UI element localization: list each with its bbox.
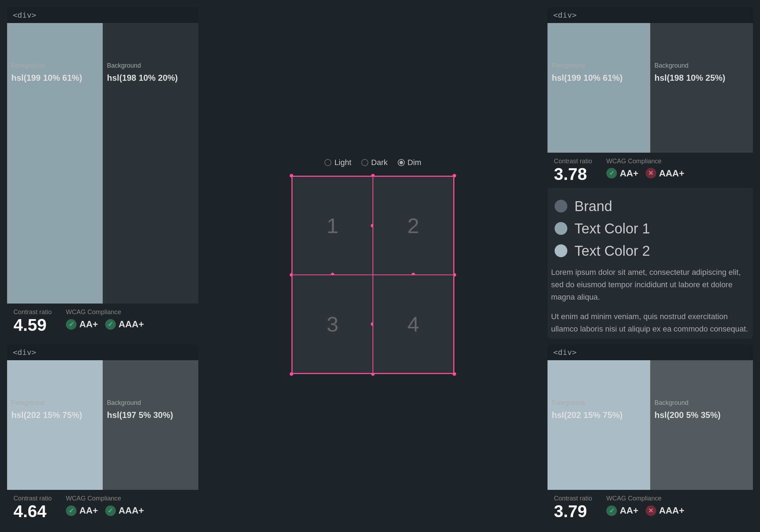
aa-icon-bl: ✓ xyxy=(66,505,76,516)
wcag-section-tr: WCAG Compliance ✓ AA+ ✕ AAA+ xyxy=(606,158,684,179)
grid-cell-1: 1 xyxy=(292,176,373,275)
aa-label-br: AA+ xyxy=(620,505,639,516)
aaa-label-br: AAA+ xyxy=(659,505,685,516)
aaa-badge-br: ✕ AAA+ xyxy=(646,505,685,516)
cell-label-1: 1 xyxy=(327,214,338,238)
center-panel: Light Dark Dim 1 xyxy=(204,7,542,525)
wcag-section-br: WCAG Compliance ✓ AA+ ✕ AAA+ xyxy=(606,495,684,516)
theme-selector: Light Dark Dim xyxy=(324,158,421,167)
cell-label-2: 2 xyxy=(407,214,419,238)
aaa-icon-bl: ✓ xyxy=(105,505,116,516)
wcag-badges-tl: ✓ AA+ ✓ AAA+ xyxy=(66,319,144,330)
aa-icon-tl: ✓ xyxy=(66,319,76,330)
card-stats-bl: Contrast ratio 4.64 WCAG Compliance ✓ AA… xyxy=(7,490,198,525)
grid-cell-3: 3 xyxy=(292,275,373,373)
bg-label-bl: Background xyxy=(103,396,198,410)
swatch-bg-br: Background hsl(200 5% 35%) xyxy=(650,360,753,490)
bg-value-br: hsl(200 5% 35%) xyxy=(650,410,753,425)
contrast-label-br: Contrast ratio xyxy=(554,495,592,502)
grid-container: 1 2 3 4 xyxy=(291,176,454,374)
wcag-label-tr: WCAG Compliance xyxy=(606,158,684,165)
wcag-label-tl: WCAG Compliance xyxy=(66,309,144,316)
body-text: Lorem ipsum dolor sit amet, consectetur … xyxy=(548,262,753,339)
fg-value-br: hsl(202 15% 75%) xyxy=(548,410,650,425)
bg-label-br: Background xyxy=(650,396,753,410)
contrast-value-br: 3.79 xyxy=(554,503,592,520)
aa-icon-tr: ✓ xyxy=(606,168,617,179)
wcag-badges-br: ✓ AA+ ✕ AAA+ xyxy=(606,505,684,516)
fg-label-bl: Foreground xyxy=(7,396,103,410)
fg-value-tr: hsl(199 10% 61%) xyxy=(548,73,650,88)
wcag-label-br: WCAG Compliance xyxy=(606,495,684,502)
aa-badge-bl: ✓ AA+ xyxy=(66,505,98,516)
legend-section: Brand Text Color 1 Text Color 2 xyxy=(548,188,753,262)
theme-dim-label: Dim xyxy=(408,158,421,167)
bg-label-tl: Background xyxy=(103,58,198,73)
contrast-section-tl: Contrast ratio 4.59 xyxy=(13,309,52,334)
text2-label: Text Color 2 xyxy=(574,243,650,259)
swatch-bg-tr: Background hsl(198 10% 25%) xyxy=(650,23,753,153)
wcag-badges-tr: ✓ AA+ ✕ AAA+ xyxy=(606,168,684,179)
legend-text1: Text Color 1 xyxy=(555,221,746,237)
card-tag-tr: <div> xyxy=(548,7,753,23)
top-right-card: <div> Foreground hsl(199 10% 61%) Backgr… xyxy=(548,7,753,339)
wcag-section-bl: WCAG Compliance ✓ AA+ ✓ AAA+ xyxy=(66,495,144,516)
bottom-right-card: <div> Foreground hsl(202 15% 75%) Backgr… xyxy=(548,344,753,525)
theme-dim[interactable]: Dim xyxy=(398,158,421,167)
text1-dot xyxy=(555,222,567,235)
legend-text2: Text Color 2 xyxy=(555,243,746,259)
contrast-section-br: Contrast ratio 3.79 xyxy=(554,495,592,520)
aaa-icon-tr: ✕ xyxy=(646,168,656,179)
color-swatches-tr: Foreground hsl(199 10% 61%) Background h… xyxy=(548,23,753,153)
contrast-section-tr: Contrast ratio 3.78 xyxy=(554,158,592,183)
legend-brand: Brand xyxy=(555,198,746,214)
swatch-fg-bl: Foreground hsl(202 15% 75%) xyxy=(7,360,103,490)
color-swatches-bl: Foreground hsl(202 15% 75%) Background h… xyxy=(7,360,198,490)
bg-value-tl: hsl(198 10% 20%) xyxy=(103,73,198,88)
theme-light[interactable]: Light xyxy=(324,158,351,167)
aa-label-tl: AA+ xyxy=(79,319,98,330)
bg-value-tr: hsl(198 10% 25%) xyxy=(650,73,753,88)
swatch-bg-bl: Background hsl(197 5% 30%) xyxy=(103,360,198,490)
aa-badge-br: ✓ AA+ xyxy=(606,505,639,516)
card-stats-tl: Contrast ratio 4.59 WCAG Compliance ✓ AA… xyxy=(7,304,198,339)
bg-label-tr: Background xyxy=(650,58,753,73)
aaa-icon-br: ✕ xyxy=(646,505,656,516)
aa-icon-br: ✓ xyxy=(606,505,617,516)
wcag-label-bl: WCAG Compliance xyxy=(66,495,144,502)
brand-label: Brand xyxy=(574,198,612,214)
aaa-label-tr: AAA+ xyxy=(659,168,685,179)
aaa-badge-tr: ✕ AAA+ xyxy=(646,168,685,179)
wcag-section-tl: WCAG Compliance ✓ AA+ ✓ AAA+ xyxy=(66,309,144,330)
theme-dark[interactable]: Dark xyxy=(361,158,387,167)
text2-dot xyxy=(555,244,567,257)
aaa-label-tl: AAA+ xyxy=(119,319,144,330)
body-para-1: Lorem ipsum dolor sit amet, consectetur … xyxy=(551,266,749,304)
radio-dim[interactable] xyxy=(398,159,405,166)
aa-label-tr: AA+ xyxy=(620,168,639,179)
fg-label-br: Foreground xyxy=(548,396,650,410)
fg-value-tl: hsl(199 10% 61%) xyxy=(7,73,103,88)
radio-light[interactable] xyxy=(324,159,331,166)
color-swatches-br: Foreground hsl(202 15% 75%) Background h… xyxy=(548,360,753,490)
swatch-bg-tl: Background hsl(198 10% 20%) xyxy=(103,23,198,304)
contrast-label-tr: Contrast ratio xyxy=(554,158,592,165)
aaa-icon-tl: ✓ xyxy=(105,319,116,330)
contrast-value-tr: 3.78 xyxy=(554,166,592,183)
contrast-label-bl: Contrast ratio xyxy=(13,495,52,502)
card-tag-tl: <div> xyxy=(7,7,198,23)
card-tag-bl: <div> xyxy=(7,344,198,360)
aa-badge-tl: ✓ AA+ xyxy=(66,319,98,330)
radio-dark[interactable] xyxy=(361,159,368,166)
theme-light-label: Light xyxy=(334,158,351,167)
swatch-fg-br: Foreground hsl(202 15% 75%) xyxy=(548,360,650,490)
aa-label-bl: AA+ xyxy=(79,505,98,516)
aaa-badge-tl: ✓ AAA+ xyxy=(105,319,144,330)
bottom-left-card: <div> Foreground hsl(202 15% 75%) Backgr… xyxy=(7,344,198,525)
bg-value-bl: hsl(197 5% 30%) xyxy=(103,410,198,425)
aaa-label-bl: AAA+ xyxy=(119,505,144,516)
cell-label-4: 4 xyxy=(407,312,419,336)
fg-value-bl: hsl(202 15% 75%) xyxy=(7,410,103,425)
swatch-fg-tr: Foreground hsl(199 10% 61%) xyxy=(548,23,650,153)
swatch-fg-tl: Foreground hsl(199 10% 61%) xyxy=(7,23,103,304)
